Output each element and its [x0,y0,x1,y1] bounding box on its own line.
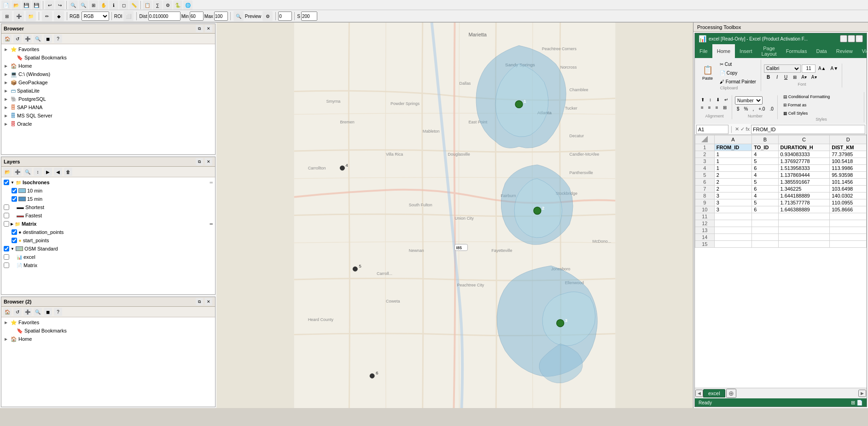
percent-btn[interactable]: % [742,105,750,112]
save-project-btn[interactable]: 💾 [22,0,31,10]
layer-15min[interactable]: 15 min [2,195,214,203]
cell-13-A[interactable] [714,227,751,234]
browser-help-btn[interactable]: ? [54,35,62,43]
browser2-close-btn[interactable]: ✕ [205,298,212,305]
identify-btn[interactable]: ℹ [109,0,118,10]
format-as-table-btn[interactable]: ⊞ Format as [781,101,862,109]
cell-1-B[interactable]: TO_ID [752,144,778,151]
tab-file[interactable]: File [695,44,712,58]
start-points-checkbox[interactable] [12,238,17,243]
scale-input[interactable] [301,12,317,21]
browser2-float-btn[interactable]: ⧉ [196,298,203,305]
cell-7-A[interactable]: 2 [714,186,751,193]
preview-settings-btn[interactable]: ⚙ [262,11,273,21]
dist-input[interactable] [148,12,181,21]
formula-fx-icon[interactable]: fx [746,126,750,132]
font-color-btn[interactable]: A▾ [810,74,819,81]
browser2-add-btn[interactable]: ➕ [23,308,32,316]
add-sheet-btn[interactable]: ⊕ [726,389,736,398]
cell-7-C[interactable]: 1.346225 [778,186,830,193]
bold-btn[interactable]: B [764,74,773,81]
layers-add-btn[interactable]: ➕ [13,168,22,176]
cell-1-D[interactable]: DIST_KM [830,144,867,151]
matrix-file-checkbox[interactable] [4,263,9,268]
cell-10-A[interactable]: 3 [714,206,751,213]
t-input[interactable] [278,12,292,21]
cell-10-C[interactable]: 1.646388889 [778,206,830,213]
layer-add-btn[interactable]: ➕ [14,11,24,21]
layer-matrix-file[interactable]: 📄 Matrix [2,261,214,269]
cell-styles-btn[interactable]: ▦ Cell Styles [781,110,862,117]
fill-color-btn[interactable]: A▾ [799,74,809,81]
cell-7-D[interactable]: 103.6498 [830,186,867,193]
merge-btn[interactable]: ⊞ [721,104,728,111]
cell-8-A[interactable]: 3 [714,193,751,199]
browser-item-spatial-bookmarks[interactable]: 🔖 Spatial Bookmarks [2,53,214,62]
browser-collapse-btn[interactable]: ◼ [44,35,52,43]
cell-5-C[interactable]: 1.137869444 [778,172,830,179]
15min-checkbox[interactable] [12,196,17,202]
browser-item-postgresql[interactable]: ▶ 🐘 PostgreSQL [2,95,214,103]
comma-btn[interactable]: , [751,105,756,112]
table-row[interactable]: 2140.93408333377.37985 [695,151,867,158]
cell-9-C[interactable]: 1.713577778 [778,199,830,206]
underline-btn[interactable]: U [781,74,790,81]
col-header-D[interactable]: D [830,135,867,144]
scroll-left-btn[interactable]: ◀ [695,390,703,397]
select-btn[interactable]: ◻ [119,0,128,10]
cell-7-B[interactable]: 6 [752,186,778,193]
zoom-full-btn[interactable]: ⊞ [89,0,98,10]
cell-9-B[interactable]: 5 [752,199,778,206]
grid-view-btn[interactable]: ⊞ [851,400,855,406]
save-as-btn[interactable]: 💾 [32,0,41,10]
cell-5-B[interactable]: 4 [752,172,778,179]
excel-maximize-btn[interactable]: □ [848,35,855,42]
browser-item-spatialite[interactable]: ▶ 🗃 SpatiaLite [2,87,214,95]
cell-14-D[interactable] [830,234,867,241]
table-row[interactable]: 1FROM_IDTO_IDDURATION_HDIST_KM [695,144,867,151]
layers-remove-btn[interactable]: 🗑 [64,168,72,176]
redo-btn[interactable]: ↪ [55,0,64,10]
layers-open-btn[interactable]: 📂 [3,168,12,176]
node-tool-btn[interactable]: ◆ [54,11,64,21]
cell-13-D[interactable] [830,227,867,234]
cell-12-D[interactable] [830,220,867,227]
isochrones-checkbox[interactable] [4,180,9,185]
preview-zoom-btn[interactable]: 🔍 [233,11,244,21]
font-name-select[interactable]: Calibri [764,64,801,73]
spreadsheet[interactable]: A B C D 1FROM_IDTO_IDDURATION_HDIST_KM21… [695,135,867,388]
cell-11-C[interactable] [778,213,830,220]
cell-12-A[interactable] [714,220,751,227]
browser2-home-btn[interactable]: 🏠 [3,308,12,316]
new-project-btn[interactable]: 📄 [1,0,11,10]
cell-12-C[interactable] [778,220,830,227]
undo-btn[interactable]: ↩ [45,0,54,10]
10min-checkbox[interactable] [12,188,17,193]
cell-8-C[interactable]: 1.644188889 [778,193,830,199]
align-right-btn[interactable]: ≡ [714,104,720,111]
layer-mgr-btn[interactable]: ⊞ [2,11,12,21]
cell-14-C[interactable] [778,234,830,241]
cell-3-C[interactable]: 1.376927778 [778,158,830,165]
cell-4-D[interactable]: 113.9986 [830,165,867,172]
cell-15-A[interactable] [714,241,751,248]
excel-close-btn[interactable]: ✕ [856,35,863,42]
layer-isochrones-group[interactable]: ▼ 📁 Isochrones ═ [2,178,214,187]
cell-15-D[interactable] [830,241,867,248]
layers-sort-btn[interactable]: ↕ [34,168,42,176]
cell-11-D[interactable] [830,213,867,220]
cell-2-B[interactable]: 4 [752,151,778,158]
browser2-filter-btn[interactable]: 🔍 [34,308,42,316]
browser-btn[interactable]: 🌐 [183,0,192,10]
dest-points-checkbox[interactable] [12,229,17,235]
font-grow-btn[interactable]: A▲ [816,65,828,72]
browser2-item-spatial-bookmarks[interactable]: 🔖 Spatial Bookmarks [2,327,214,335]
cell-15-C[interactable] [778,241,830,248]
tab-review[interactable]: Review [832,44,857,58]
tab-formulas[interactable]: Formulas [781,44,812,58]
formula-confirm-icon[interactable]: ✓ [740,126,745,132]
table-row[interactable]: 10361.646388889105.8666 [695,206,867,213]
max-input[interactable] [214,12,228,21]
browser-item-c-drive[interactable]: ▶ 💻 C:\ (Windows) [2,70,214,78]
page-view-btn[interactable]: 📄 [856,400,863,406]
